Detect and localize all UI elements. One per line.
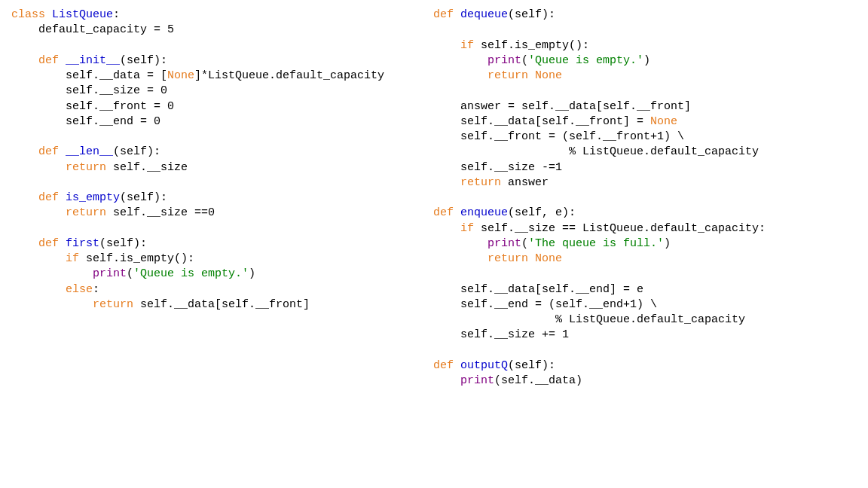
keyword-return: return <box>66 161 106 174</box>
keyword-return: return <box>460 176 501 189</box>
keyword-else: else <box>66 283 93 296</box>
line: self.__size -=1 <box>460 161 562 174</box>
method-name: dequeue <box>460 8 508 21</box>
none-literal: None <box>650 115 677 128</box>
line: self.__end = (self.__end+1) \ <box>460 298 657 311</box>
keyword-if: if <box>460 222 474 235</box>
keyword-def: def <box>38 237 59 250</box>
method-name: is_empty <box>66 191 120 204</box>
keyword-return: return <box>66 206 106 219</box>
keyword-return: return <box>487 69 528 82</box>
line: self.__data[self.__end] = e <box>460 283 643 296</box>
line: self.__front = 0 <box>66 100 174 113</box>
line: self.__data[self.__front] = <box>460 115 650 128</box>
string-literal: 'Queue is empty.' <box>528 54 643 67</box>
keyword-return: return <box>93 298 133 311</box>
method-name: __len__ <box>66 145 113 158</box>
builtin-print: print <box>487 54 521 67</box>
line: self.__size = 0 <box>66 84 167 97</box>
method-name: first <box>66 237 99 250</box>
method-name: enqueue <box>460 206 508 219</box>
keyword-if: if <box>460 39 474 52</box>
code-column-right: def dequeue(self): if self.is_empty(): p… <box>433 8 857 389</box>
code-column-left: class ListQueue: default_capacity = 5 de… <box>11 8 433 313</box>
method-name: outputQ <box>460 359 508 372</box>
class-name: ListQueue <box>52 8 113 21</box>
keyword-def: def <box>433 359 454 372</box>
none-literal: None <box>528 69 562 82</box>
string-literal: 'Queue is empty.' <box>133 267 249 280</box>
line: default_capacity = 5 <box>38 23 174 36</box>
keyword-return: return <box>487 252 528 265</box>
line: self.__end = 0 <box>66 115 160 128</box>
keyword-def: def <box>433 206 454 219</box>
line: self.__front = (self.__front+1) \ <box>460 130 684 143</box>
line: % ListQueue.default_capacity <box>460 313 745 326</box>
string-literal: 'The queue is full.' <box>528 237 664 250</box>
keyword-def: def <box>433 8 454 21</box>
none-literal: None <box>167 69 194 82</box>
method-name: __init__ <box>66 54 120 67</box>
keyword-def: def <box>38 145 59 158</box>
builtin-print: print <box>487 237 521 250</box>
line: answer = self.__data[self.__front] <box>460 100 691 113</box>
line: self.__size += 1 <box>460 328 569 341</box>
builtin-print: print <box>93 267 127 280</box>
line: % ListQueue.default_capacity <box>460 145 759 158</box>
keyword-if: if <box>66 252 79 265</box>
none-literal: None <box>528 252 562 265</box>
keyword-def: def <box>38 191 59 204</box>
keyword-def: def <box>38 54 59 67</box>
builtin-print: print <box>460 374 494 387</box>
keyword-class: class <box>11 8 45 21</box>
